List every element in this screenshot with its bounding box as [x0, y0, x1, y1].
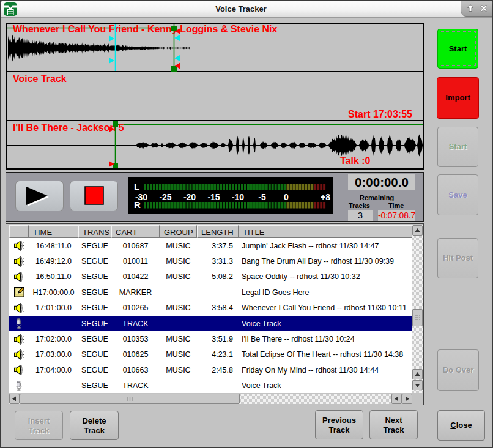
svg-text:0: 0: [284, 192, 289, 202]
svg-text:L: L: [134, 181, 139, 192]
svg-text:-10: -10: [232, 192, 244, 202]
svg-text:-30: -30: [135, 192, 147, 202]
svg-text:-20: -20: [183, 192, 196, 202]
svg-text:-25: -25: [159, 192, 171, 202]
svg-text:+8: +8: [321, 192, 330, 202]
svg-text:-15: -15: [207, 192, 220, 202]
svg-text:-5: -5: [258, 192, 266, 202]
